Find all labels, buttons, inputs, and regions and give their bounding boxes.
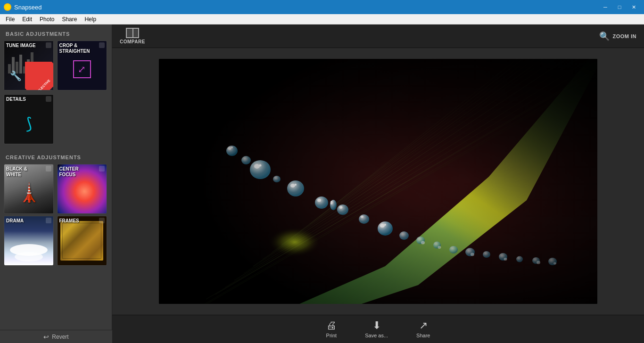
- details-corner-icon: [46, 96, 51, 102]
- print-button[interactable]: 🖨 Print: [326, 320, 337, 338]
- compare-button[interactable]: COMPARE: [120, 28, 145, 44]
- save-label: Save as...: [365, 333, 388, 338]
- toolbar-top: COMPARE 🔍 ZOOM IN: [112, 24, 644, 48]
- save-as-button[interactable]: ⬇ Save as...: [365, 320, 388, 338]
- print-icon: 🖨: [326, 320, 337, 331]
- svg-rect-59: [159, 59, 597, 304]
- main-layout: BASIC ADJUSTMENTS: [0, 24, 644, 343]
- menu-share[interactable]: Share: [58, 15, 81, 24]
- revert-label: Revert: [52, 334, 68, 340]
- drama-corner-icon: [46, 218, 51, 223]
- share-button[interactable]: ↗ Share: [416, 320, 430, 338]
- menu-file[interactable]: File: [2, 15, 18, 24]
- content-area: COMPARE 🔍 ZOOM IN: [112, 24, 644, 343]
- creative-tools-grid: 🗼 BLACK &WHITE CENTERFOCUS DRAMA: [0, 164, 112, 270]
- zoom-label: ZOOM IN: [612, 33, 636, 39]
- frames-corner-icon: [99, 218, 105, 223]
- tool-tune-image[interactable]: 🔧 SELECTIVE TUNE IMAGE: [4, 41, 54, 90]
- tool-center-focus[interactable]: CENTERFOCUS: [57, 164, 107, 214]
- print-label: Print: [326, 333, 337, 338]
- image-area: [112, 48, 644, 315]
- titlebar-title: Snapseed: [14, 4, 42, 11]
- tool-details[interactable]: ⟆ DETAILS: [4, 94, 54, 144]
- photo-svg: [159, 59, 597, 304]
- share-label: Share: [416, 333, 430, 338]
- toolbar-left: COMPARE: [120, 28, 145, 44]
- basic-adjustments-label: BASIC ADJUSTMENTS: [0, 24, 112, 41]
- titlebar: Snapseed ─ □ ✕: [0, 0, 644, 14]
- tune-image-corner-icon: [46, 42, 51, 48]
- minimize-button[interactable]: ─: [599, 2, 612, 12]
- center-focus-corner-icon: [99, 166, 105, 172]
- tool-frames[interactable]: FRAMES: [57, 216, 107, 266]
- app-icon: [4, 3, 11, 11]
- menu-photo[interactable]: Photo: [36, 15, 58, 24]
- share-icon: ↗: [419, 320, 428, 331]
- basic-tools-grid: 🔧 SELECTIVE TUNE IMAGE ⤢: [0, 41, 112, 94]
- sidebar: BASIC ADJUSTMENTS: [0, 24, 112, 343]
- zoom-button[interactable]: 🔍 ZOOM IN: [599, 31, 636, 41]
- tool-black-white[interactable]: 🗼 BLACK &WHITE: [4, 164, 54, 214]
- close-button[interactable]: ✕: [627, 2, 640, 12]
- black-white-corner-icon: [46, 166, 51, 172]
- main-photo: [159, 59, 597, 304]
- toolbar-bottom: 🖨 Print ⬇ Save as... ↗ Share: [112, 315, 644, 343]
- revert-button[interactable]: ↩ Revert: [0, 330, 112, 343]
- creative-adjustments-label: CREATIVE ADJUSTMENTS: [0, 148, 112, 164]
- compare-icon: [126, 28, 139, 38]
- zoom-icon: 🔍: [599, 31, 610, 41]
- tool-crop-straighten[interactable]: ⤢ CROP &STRAIGHTEN: [57, 41, 107, 90]
- crop-straighten-corner-icon: [99, 42, 105, 48]
- tool-drama[interactable]: DRAMA: [4, 216, 54, 266]
- maximize-button[interactable]: □: [613, 2, 626, 12]
- compare-label: COMPARE: [120, 39, 145, 44]
- save-icon: ⬇: [372, 320, 381, 331]
- titlebar-controls: ─ □ ✕: [599, 2, 640, 12]
- menubar: File Edit Photo Share Help: [0, 14, 644, 24]
- menu-edit[interactable]: Edit: [18, 15, 36, 24]
- titlebar-left: Snapseed: [4, 3, 42, 11]
- revert-icon: ↩: [43, 333, 49, 341]
- menu-help[interactable]: Help: [81, 15, 100, 24]
